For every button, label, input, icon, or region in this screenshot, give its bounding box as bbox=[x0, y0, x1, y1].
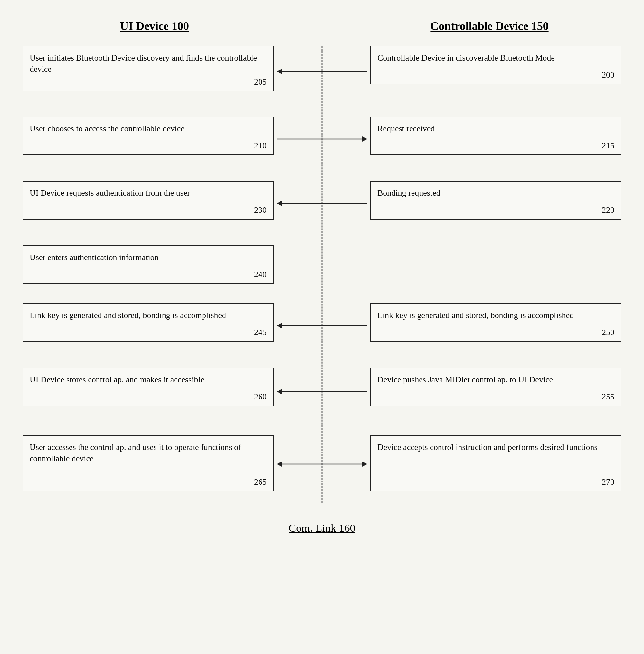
row-3: UI Device requests authentication from t… bbox=[23, 181, 621, 226]
box-230-number: 230 bbox=[254, 205, 267, 215]
row-4: User enters authentication information 2… bbox=[23, 245, 621, 284]
diagram-container: UI Device 100 Controllable Device 150 Us… bbox=[23, 19, 621, 534]
svg-marker-12 bbox=[362, 462, 367, 467]
svg-marker-3 bbox=[362, 137, 367, 142]
flow-area: User initiates Bluetooth Device discover… bbox=[23, 46, 621, 503]
box-220: Bonding requested 220 bbox=[370, 181, 621, 219]
box-265-text: User accesses the control ap. and uses i… bbox=[30, 442, 267, 464]
row-1-left: User initiates Bluetooth Device discover… bbox=[23, 46, 274, 91]
box-250: Link key is generated and stored, bondin… bbox=[370, 303, 621, 342]
box-245: Link key is generated and stored, bondin… bbox=[23, 303, 274, 342]
svg-marker-9 bbox=[277, 389, 282, 394]
svg-marker-5 bbox=[277, 201, 282, 206]
ui-device-header: UI Device 100 bbox=[29, 19, 280, 33]
row-5-right: Link key is generated and stored, bondin… bbox=[370, 303, 621, 342]
svg-marker-11 bbox=[277, 462, 282, 467]
box-260: UI Device stores control ap. and makes i… bbox=[23, 368, 274, 406]
box-205-number: 205 bbox=[254, 77, 267, 87]
box-250-text: Link key is generated and stored, bondin… bbox=[377, 310, 614, 321]
box-265: User accesses the control ap. and uses i… bbox=[23, 435, 274, 491]
box-270-number: 270 bbox=[602, 477, 614, 487]
row-5: Link key is generated and stored, bondin… bbox=[23, 303, 621, 348]
svg-marker-7 bbox=[277, 323, 282, 328]
controllable-device-header: Controllable Device 150 bbox=[364, 19, 615, 33]
svg-marker-1 bbox=[277, 69, 282, 74]
arrow-5 bbox=[274, 321, 370, 330]
row-7-left: User accesses the control ap. and uses i… bbox=[23, 435, 274, 491]
box-210-text: User chooses to access the controllable … bbox=[30, 123, 267, 134]
row-2-left: User chooses to access the controllable … bbox=[23, 117, 274, 155]
row-6-left: UI Device stores control ap. and makes i… bbox=[23, 368, 274, 406]
row-3-right: Bonding requested 220 bbox=[370, 181, 621, 219]
row-7-right: Device accepts control instruction and p… bbox=[370, 435, 621, 491]
box-220-text: Bonding requested bbox=[377, 187, 614, 198]
box-270-text: Device accepts control instruction and p… bbox=[377, 442, 614, 453]
box-240-text: User enters authentication information bbox=[30, 252, 267, 263]
row-2: User chooses to access the controllable … bbox=[23, 117, 621, 162]
arrow-3 bbox=[274, 198, 370, 208]
box-215: Request received 215 bbox=[370, 117, 621, 155]
box-260-text: UI Device stores control ap. and makes i… bbox=[30, 374, 267, 385]
box-200-number: 200 bbox=[602, 70, 614, 80]
row-6-right: Device pushes Java MIDlet control ap. to… bbox=[370, 368, 621, 406]
box-215-text: Request received bbox=[377, 123, 614, 134]
box-230-text: UI Device requests authentication from t… bbox=[30, 187, 267, 198]
row-2-right: Request received 215 bbox=[370, 117, 621, 155]
box-245-number: 245 bbox=[254, 328, 267, 337]
box-230: UI Device requests authentication from t… bbox=[23, 181, 274, 219]
box-255-number: 255 bbox=[602, 392, 614, 402]
box-245-text: Link key is generated and stored, bondin… bbox=[30, 310, 267, 321]
box-240-number: 240 bbox=[254, 270, 267, 279]
box-210: User chooses to access the controllable … bbox=[23, 117, 274, 155]
box-260-number: 260 bbox=[254, 392, 267, 402]
headers: UI Device 100 Controllable Device 150 bbox=[23, 19, 621, 33]
box-250-number: 250 bbox=[602, 328, 614, 337]
box-205: User initiates Bluetooth Device discover… bbox=[23, 46, 274, 91]
box-215-number: 215 bbox=[602, 141, 614, 150]
row-3-left: UI Device requests authentication from t… bbox=[23, 181, 274, 219]
row-5-left: Link key is generated and stored, bondin… bbox=[23, 303, 274, 342]
arrow-6 bbox=[274, 387, 370, 397]
arrow-7 bbox=[274, 459, 370, 469]
bottom-label: Com. Link 160 bbox=[23, 522, 621, 534]
box-270: Device accepts control instruction and p… bbox=[370, 435, 621, 491]
box-255: Device pushes Java MIDlet control ap. to… bbox=[370, 368, 621, 406]
box-220-number: 220 bbox=[602, 205, 614, 215]
box-255-text: Device pushes Java MIDlet control ap. to… bbox=[377, 374, 614, 385]
arrow-2 bbox=[274, 134, 370, 144]
row-7: User accesses the control ap. and uses i… bbox=[23, 435, 621, 493]
box-210-number: 210 bbox=[254, 141, 267, 150]
box-200: Controllable Device in discoverable Blue… bbox=[370, 46, 621, 84]
box-205-text: User initiates Bluetooth Device discover… bbox=[30, 52, 267, 75]
row-6: UI Device stores control ap. and makes i… bbox=[23, 368, 621, 416]
box-200-text: Controllable Device in discoverable Blue… bbox=[377, 52, 614, 63]
box-240: User enters authentication information 2… bbox=[23, 245, 274, 284]
arrow-1 bbox=[274, 67, 370, 76]
row-1-right: Controllable Device in discoverable Blue… bbox=[370, 46, 621, 84]
row-1: User initiates Bluetooth Device discover… bbox=[23, 46, 621, 97]
box-265-number: 265 bbox=[254, 477, 267, 487]
row-4-left: User enters authentication information 2… bbox=[23, 245, 274, 284]
